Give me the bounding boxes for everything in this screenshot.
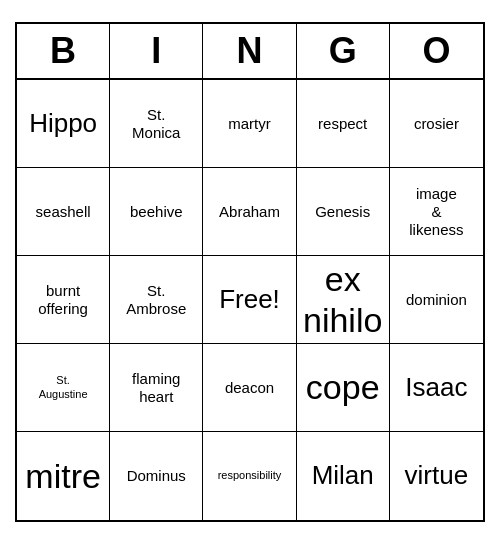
header-letter: I [110,24,203,78]
bingo-cell: seashell [17,168,110,256]
bingo-cell: image&likeness [390,168,483,256]
cell-text: responsibility [218,469,282,482]
bingo-cell: burntoffering [17,256,110,344]
bingo-cell: respect [297,80,390,168]
bingo-cell: crosier [390,80,483,168]
cell-text: dominion [406,291,467,309]
bingo-card: BINGO HippoSt.Monicamartyrrespectcrosier… [15,22,485,522]
header-letter: B [17,24,110,78]
bingo-cell: Dominus [110,432,203,520]
bingo-cell: Hippo [17,80,110,168]
cell-text: Abraham [219,203,280,221]
bingo-cell: beehive [110,168,203,256]
cell-text: Genesis [315,203,370,221]
cell-text: image&likeness [409,185,463,239]
bingo-grid: HippoSt.Monicamartyrrespectcrosierseashe… [17,80,483,520]
bingo-cell: virtue [390,432,483,520]
bingo-cell: St.Ambrose [110,256,203,344]
bingo-cell: Isaac [390,344,483,432]
bingo-cell: Genesis [297,168,390,256]
cell-text: cope [306,367,380,408]
cell-text: martyr [228,115,271,133]
cell-text: crosier [414,115,459,133]
bingo-cell: flamingheart [110,344,203,432]
bingo-cell: deacon [203,344,296,432]
bingo-header: BINGO [17,24,483,80]
bingo-cell: cope [297,344,390,432]
bingo-cell: St.Monica [110,80,203,168]
cell-text: deacon [225,379,274,397]
bingo-cell: exnihilo [297,256,390,344]
cell-text: flamingheart [132,370,180,406]
cell-text: exnihilo [303,259,382,341]
cell-text: virtue [405,460,469,491]
cell-text: Free! [219,284,280,315]
cell-text: St.Ambrose [126,282,186,318]
header-letter: O [390,24,483,78]
header-letter: G [297,24,390,78]
header-letter: N [203,24,296,78]
bingo-cell: Abraham [203,168,296,256]
cell-text: Milan [312,460,374,491]
bingo-cell: mitre [17,432,110,520]
cell-text: St.Monica [132,106,180,142]
bingo-cell: martyr [203,80,296,168]
bingo-cell: Milan [297,432,390,520]
bingo-cell: dominion [390,256,483,344]
bingo-cell: responsibility [203,432,296,520]
bingo-cell: Free! [203,256,296,344]
cell-text: Isaac [405,372,467,403]
cell-text: Dominus [127,467,186,485]
cell-text: beehive [130,203,183,221]
cell-text: respect [318,115,367,133]
cell-text: Hippo [29,108,97,139]
cell-text: mitre [25,456,101,497]
bingo-cell: St.Augustine [17,344,110,432]
cell-text: seashell [36,203,91,221]
cell-text: burntoffering [38,282,88,318]
cell-text: St.Augustine [39,374,88,400]
